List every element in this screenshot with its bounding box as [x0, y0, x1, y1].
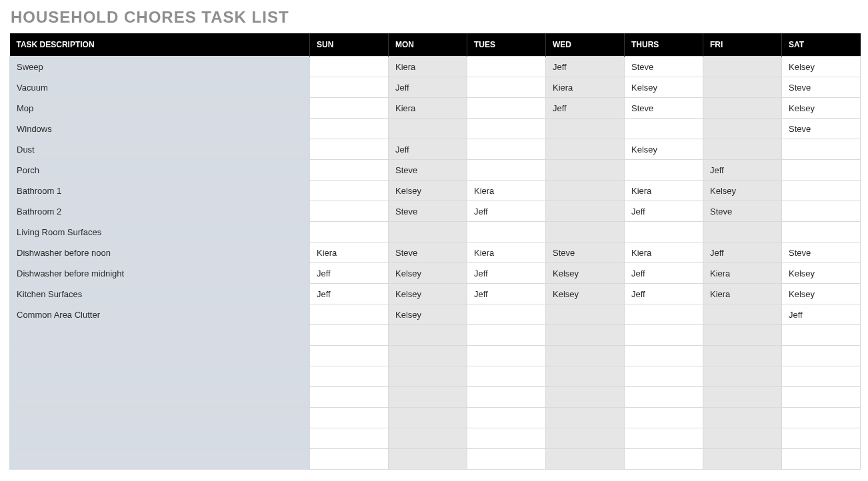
- day-cell[interactable]: [546, 428, 625, 449]
- day-cell[interactable]: Kiera: [703, 263, 782, 284]
- day-cell[interactable]: [389, 428, 467, 449]
- day-cell[interactable]: [546, 222, 625, 242]
- day-cell[interactable]: [625, 160, 703, 181]
- day-cell[interactable]: Steve: [703, 201, 782, 222]
- day-cell[interactable]: Steve: [782, 119, 861, 139]
- day-cell[interactable]: [467, 387, 546, 408]
- day-cell[interactable]: [389, 119, 467, 139]
- day-cell[interactable]: Steve: [389, 242, 467, 263]
- day-cell[interactable]: [703, 119, 782, 139]
- day-cell[interactable]: [389, 325, 467, 346]
- day-cell[interactable]: [703, 325, 782, 346]
- day-cell[interactable]: [467, 366, 546, 387]
- day-cell[interactable]: Steve: [625, 57, 703, 77]
- day-cell[interactable]: Jeff: [389, 139, 467, 160]
- day-cell[interactable]: [703, 98, 782, 119]
- day-cell[interactable]: [703, 428, 782, 449]
- day-cell[interactable]: Kelsey: [782, 284, 861, 304]
- day-cell[interactable]: [310, 201, 389, 222]
- day-cell[interactable]: Jeff: [703, 160, 782, 181]
- task-cell[interactable]: Dishwasher before midnight: [10, 263, 310, 284]
- day-cell[interactable]: [703, 366, 782, 387]
- day-cell[interactable]: [310, 366, 389, 387]
- day-cell[interactable]: [782, 366, 861, 387]
- day-cell[interactable]: [703, 222, 782, 242]
- day-cell[interactable]: Kiera: [625, 181, 703, 201]
- day-cell[interactable]: [467, 57, 546, 77]
- day-cell[interactable]: [389, 387, 467, 408]
- day-cell[interactable]: Kiera: [389, 98, 467, 119]
- day-cell[interactable]: Jeff: [467, 201, 546, 222]
- day-cell[interactable]: [467, 98, 546, 119]
- task-cell[interactable]: Bathroom 1: [10, 181, 310, 201]
- day-cell[interactable]: [703, 57, 782, 77]
- day-cell[interactable]: Jeff: [625, 284, 703, 304]
- day-cell[interactable]: [310, 408, 389, 428]
- day-cell[interactable]: Kiera: [467, 242, 546, 263]
- day-cell[interactable]: Jeff: [310, 284, 389, 304]
- day-cell[interactable]: [467, 222, 546, 242]
- day-cell[interactable]: [546, 139, 625, 160]
- day-cell[interactable]: Jeff: [625, 263, 703, 284]
- day-cell[interactable]: [546, 119, 625, 139]
- day-cell[interactable]: Kelsey: [389, 181, 467, 201]
- day-cell[interactable]: [625, 304, 703, 325]
- day-cell[interactable]: [467, 408, 546, 428]
- task-cell[interactable]: Sweep: [10, 57, 310, 77]
- day-cell[interactable]: [467, 346, 546, 366]
- day-cell[interactable]: Jeff: [389, 77, 467, 98]
- day-cell[interactable]: [625, 387, 703, 408]
- task-cell[interactable]: Vacuum: [10, 77, 310, 98]
- task-cell[interactable]: [10, 325, 310, 346]
- day-cell[interactable]: [467, 449, 546, 470]
- day-cell[interactable]: [546, 325, 625, 346]
- day-cell[interactable]: [625, 325, 703, 346]
- day-cell[interactable]: Kelsey: [782, 263, 861, 284]
- day-cell[interactable]: Kelsey: [782, 57, 861, 77]
- day-cell[interactable]: [703, 77, 782, 98]
- task-cell[interactable]: Dust: [10, 139, 310, 160]
- day-cell[interactable]: [467, 160, 546, 181]
- day-cell[interactable]: [625, 428, 703, 449]
- day-cell[interactable]: [782, 201, 861, 222]
- day-cell[interactable]: [546, 304, 625, 325]
- day-cell[interactable]: Kelsey: [389, 284, 467, 304]
- day-cell[interactable]: [389, 408, 467, 428]
- day-cell[interactable]: Jeff: [625, 201, 703, 222]
- day-cell[interactable]: [625, 346, 703, 366]
- day-cell[interactable]: [546, 366, 625, 387]
- day-cell[interactable]: [703, 304, 782, 325]
- day-cell[interactable]: Kelsey: [546, 263, 625, 284]
- task-cell[interactable]: Bathroom 2: [10, 201, 310, 222]
- day-cell[interactable]: [546, 181, 625, 201]
- day-cell[interactable]: [310, 304, 389, 325]
- day-cell[interactable]: Kelsey: [546, 284, 625, 304]
- day-cell[interactable]: Jeff: [546, 57, 625, 77]
- task-cell[interactable]: [10, 346, 310, 366]
- day-cell[interactable]: [782, 346, 861, 366]
- day-cell[interactable]: [467, 304, 546, 325]
- day-cell[interactable]: [625, 408, 703, 428]
- task-cell[interactable]: Common Area Clutter: [10, 304, 310, 325]
- task-cell[interactable]: [10, 366, 310, 387]
- day-cell[interactable]: Steve: [625, 98, 703, 119]
- day-cell[interactable]: [625, 449, 703, 470]
- task-cell[interactable]: Dishwasher before noon: [10, 242, 310, 263]
- day-cell[interactable]: [782, 181, 861, 201]
- day-cell[interactable]: [310, 139, 389, 160]
- day-cell[interactable]: [310, 346, 389, 366]
- day-cell[interactable]: [625, 366, 703, 387]
- task-cell[interactable]: Living Room Surfaces: [10, 222, 310, 242]
- day-cell[interactable]: [703, 139, 782, 160]
- day-cell[interactable]: Jeff: [310, 263, 389, 284]
- day-cell[interactable]: [467, 428, 546, 449]
- day-cell[interactable]: Kelsey: [703, 181, 782, 201]
- task-cell[interactable]: [10, 428, 310, 449]
- day-cell[interactable]: [467, 119, 546, 139]
- day-cell[interactable]: [310, 428, 389, 449]
- day-cell[interactable]: Kelsey: [782, 98, 861, 119]
- day-cell[interactable]: [782, 222, 861, 242]
- day-cell[interactable]: Kelsey: [625, 77, 703, 98]
- day-cell[interactable]: [310, 449, 389, 470]
- day-cell[interactable]: Steve: [389, 201, 467, 222]
